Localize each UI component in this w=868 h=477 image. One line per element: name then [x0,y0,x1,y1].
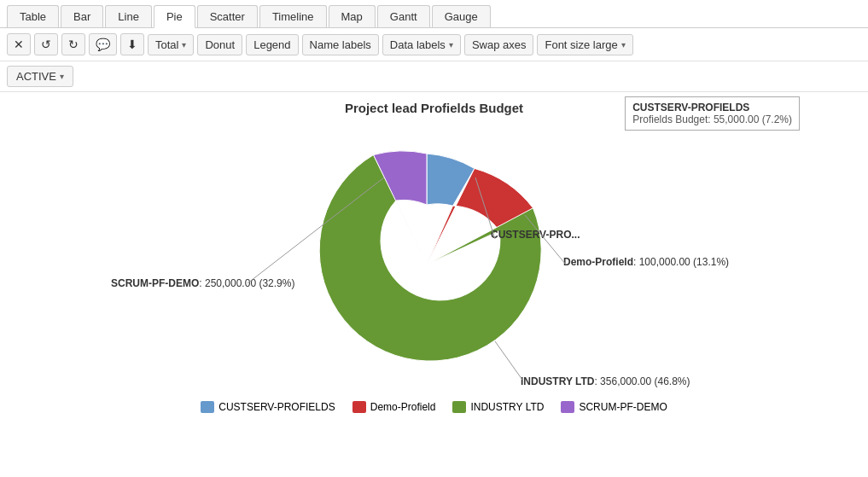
swap-axes-button[interactable]: Swap axes [464,34,534,55]
data-labels-dropdown[interactable]: Data labels ▾ [382,34,461,55]
chart-area: Project lead Profields Budget CUSTSERV-P… [0,92,868,451]
tooltip-value: Profields Budget: 55,000.00 (7.2%) [632,113,792,125]
total-caret: ▾ [182,40,186,49]
tab-map[interactable]: Map [329,5,376,27]
label-demo-profield: Demo-Profield: 100,000.00 (13.1%) [563,256,729,268]
tab-gauge[interactable]: Gauge [432,5,491,27]
tab-pie[interactable]: Pie [154,5,195,28]
font-size-dropdown[interactable]: Font size large ▾ [537,34,632,55]
main-toolbar: ✕ ↺ ↻ 💬 ⬇ Total ▾ Donut Legend Name labe… [0,28,868,61]
tooltip-title: CUSTSERV-PROFIELDS [632,102,792,113]
tab-table[interactable]: Table [7,5,59,27]
donut-chart [0,119,868,410]
legend-button[interactable]: Legend [246,34,298,55]
total-label: Total [155,38,178,51]
label-scrum-pf-demo: SCRUM-PF-DEMO: 250,000.00 (32.9%) [111,277,294,289]
tab-line[interactable]: Line [105,5,152,27]
tab-bar[interactable]: Bar [61,5,103,27]
active-dropdown[interactable]: ACTIVE ▾ [7,66,73,87]
tab-bar: Table Bar Line Pie Scatter Timeline Map … [0,0,868,28]
total-dropdown[interactable]: Total ▾ [148,34,194,55]
undo-button[interactable]: ↺ [34,33,58,55]
tab-gantt[interactable]: Gantt [377,5,430,27]
chart-title: Project lead Profields Budget [345,101,523,115]
download-button[interactable]: ⬇ [120,33,144,55]
donut-button[interactable]: Donut [197,34,242,55]
chart-tooltip: CUSTSERV-PROFIELDS Profields Budget: 55,… [625,96,800,131]
tab-scatter[interactable]: Scatter [197,5,258,27]
font-size-caret: ▾ [621,40,626,49]
active-caret: ▾ [60,72,64,81]
data-labels-caret: ▾ [449,40,453,49]
label-custserv: CUSTSERV-PRO... [491,229,580,241]
reset-button[interactable]: ✕ [7,33,31,55]
secondary-toolbar: ACTIVE ▾ [0,61,868,92]
font-size-label: Font size large [545,38,617,51]
active-label: ACTIVE [16,70,56,83]
redo-button[interactable]: ↻ [61,33,85,55]
data-labels-label: Data labels [390,38,446,51]
label-industry-ltd: INDUSTRY LTD: 356,000.00 (46.8%) [521,375,690,387]
name-labels-button[interactable]: Name labels [302,34,379,55]
tab-timeline[interactable]: Timeline [259,5,327,27]
comment-button[interactable]: 💬 [89,33,117,55]
